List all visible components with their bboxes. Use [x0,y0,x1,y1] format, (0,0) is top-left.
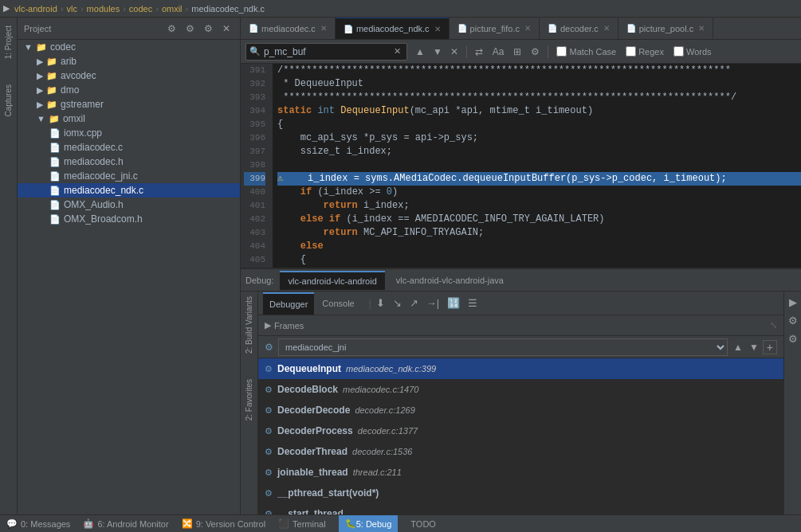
tab-picture-pool[interactable]: 📄 picture_pool.c ✕ [618,18,714,40]
vtab-favorites[interactable]: 2: Favorites [243,374,255,425]
words-checkbox[interactable] [673,46,684,57]
file-icon-omx-audio: 📄 [49,200,61,210]
tree-item-codec[interactable]: ▼ 📁 codec [18,40,240,54]
bc-vlc[interactable]: vlc [66,4,77,14]
stack-frame-3[interactable]: ⚙ DecoderProcess decoder.c:1377 [258,421,783,441]
editor-area: 📄 mediacodec.c ✕ 📄 mediacodec_ndk.c ✕ 📄 … [241,18,801,514]
stack-frame-1[interactable]: ⚙ DecodeBlock mediacodec.c:1470 [258,379,783,400]
search-clear-btn[interactable]: ✕ [391,45,403,57]
search-toggle1-btn[interactable]: ⇄ [472,45,486,59]
tree-item-omxil[interactable]: ▼ 📁 omxil [18,111,240,126]
thread-selector[interactable]: mediacodec_jni [278,338,728,356]
file-tree: Project ⚙ ⚙ ⚙ ✕ ▼ 📁 codec ▶ 📁 arib ▶ 📁 a… [18,18,241,514]
bc-vlc-android[interactable]: vlc-android [14,4,57,14]
search-bar: 🔍 ✕ ▲ ▼ ✕ ⇄ Aa ⊞ ⚙ Match Case Regex [241,40,801,64]
rsb-btn-3[interactable]: ⚙ [787,331,799,346]
tree-item-mediacodec-ndk[interactable]: 📄 mediacodec_ndk.c [18,183,240,198]
thread-up-btn[interactable]: ▲ [731,341,745,354]
tree-item-mediacodec-jni[interactable]: 📄 mediacodec_jni.c [18,169,240,183]
search-toggle2-btn[interactable]: Aa [489,45,508,59]
thread-add-btn[interactable]: + [763,340,777,354]
bc-modules[interactable]: modules [87,4,120,14]
tab-close-0[interactable]: ✕ [320,24,327,33]
tree-item-iomx[interactable]: 📄 iomx.cpp [18,126,240,140]
vtab-captures[interactable]: Captures [2,80,14,122]
tree-item-dmo[interactable]: ▶ 📁 dmo [18,83,240,97]
status-messages[interactable]: 💬 0: Messages [6,518,70,529]
debug-run-cursor[interactable]: →| [423,295,442,311]
frame-debug-icon-2: ⚙ [265,405,273,416]
search-input[interactable] [264,46,391,57]
frame-loc-2: decoder.c:1269 [355,405,414,415]
regex-option[interactable]: Regex [626,46,664,57]
tree-item-gstreamer[interactable]: ▶ 📁 gstreamer [18,97,240,111]
status-debug[interactable]: 🐛 5: Debug [339,515,399,533]
tab-mediacodec-ndk-c[interactable]: 📄 mediacodec_ndk.c ✕ [336,18,450,40]
search-next-match-btn[interactable]: ▼ [430,45,446,59]
tree-item-mediacodec-c[interactable]: 📄 mediacodec.c [18,140,240,155]
tab-close-4[interactable]: ✕ [698,24,705,33]
status-android[interactable]: 🤖 6: Android Monitor [83,518,168,529]
tab-decoder-c[interactable]: 📄 decoder.c ✕ [540,18,618,40]
code-line-391: /***************************************… [277,64,801,77]
rsb-btn-2[interactable]: ⚙ [787,313,799,328]
tab-close-1[interactable]: ✕ [434,25,441,33]
tree-item-mediacodec-h[interactable]: 📄 mediacodec.h [18,155,240,169]
stack-frames: ⚙ DequeueInput mediacodec_ndk.c:399 ⚙ De… [258,358,783,514]
subtab-console[interactable]: Console [316,294,360,313]
search-input-wrapper: 🔍 ✕ [245,43,407,61]
tree-title: Project [24,24,51,33]
tree-sync-btn[interactable]: ⚙ [164,22,179,36]
stack-frame-2[interactable]: ⚙ DecoderDecode decoder.c:1269 [258,400,783,421]
frames-expand-btn[interactable]: ⤡ [770,320,777,331]
debug-tab-android[interactable]: vlc-android-vlc-android [280,271,384,290]
vtab-project[interactable]: 1: Project [2,21,14,64]
status-todo[interactable]: TODO [410,519,436,529]
tree-close-btn[interactable]: ✕ [219,22,234,36]
tree-item-avcodec[interactable]: ▶ 📁 avcodec [18,68,240,83]
stack-frame-5[interactable]: ⚙ joinable_thread thread.c:211 [258,462,783,483]
code-editor[interactable]: 391 392 393 394 395 396 397 398 399 400 … [241,64,801,268]
tree-item-arib[interactable]: ▶ 📁 arib [18,54,240,68]
tree-item-omx-broadcom[interactable]: 📄 OMX_Broadcom.h [18,212,240,226]
status-vcs[interactable]: 🔀 9: Version Control [182,518,265,529]
debug-step-into[interactable]: ↘ [390,295,405,311]
bc-codec[interactable]: codec [129,4,152,14]
tab-mediacodec-c[interactable]: 📄 mediacodec.c ✕ [241,18,336,40]
stack-frame-7[interactable]: ⚙ __start_thread [258,503,783,514]
regex-checkbox[interactable] [626,46,636,57]
debug-eval[interactable]: 🔢 [444,295,463,311]
tab-icon-4: 📄 [626,24,636,33]
tree-settings-btn[interactable]: ⚙ [201,22,216,36]
code-line-397: ssize_t i_index; [277,145,801,158]
status-terminal[interactable]: ⬛ Terminal [278,518,326,529]
search-prev-match-btn[interactable]: ▲ [412,45,428,59]
tree-gear-btn[interactable]: ⚙ [183,22,198,36]
stack-frame-6[interactable]: ⚙ __pthread_start(void*) [258,483,783,503]
search-toggle3-btn[interactable]: ⊞ [510,45,524,59]
tree-item-omx-audio[interactable]: 📄 OMX_Audio.h [18,198,240,212]
bc-omxil[interactable]: omxil [162,4,183,14]
tab-close-2[interactable]: ✕ [524,24,531,33]
code-content[interactable]: /***************************************… [273,64,801,268]
tab-close-3[interactable]: ✕ [603,24,610,33]
debug-tab-java[interactable]: vlc-android-vlc-android-java [388,271,512,290]
match-case-checkbox[interactable] [556,46,567,57]
thread-down-btn[interactable]: ▼ [747,341,761,354]
frame-debug-icon-7: ⚙ [265,509,273,515]
rsb-btn-1[interactable]: ▶ [787,295,799,310]
stack-frame-4[interactable]: ⚙ DecoderThread decoder.c:1536 [258,441,783,462]
bc-file[interactable]: mediacodec_ndk.c [191,4,265,14]
debug-frames[interactable]: ☰ [465,295,481,311]
stack-frame-0[interactable]: ⚙ DequeueInput mediacodec_ndk.c:399 [258,358,783,379]
vtab-build-variants[interactable]: 2: Build Variants [243,291,255,358]
words-option[interactable]: Words [673,46,712,57]
thread-icon: ⚙ [265,342,273,353]
subtab-debugger[interactable]: Debugger [263,292,314,315]
debug-step-over[interactable]: ⬇ [373,295,388,311]
tab-picture-fifo[interactable]: 📄 picture_fifo.c ✕ [450,18,540,40]
search-settings-btn[interactable]: ⚙ [528,45,543,59]
search-close-bar-btn[interactable]: ✕ [447,45,461,59]
debug-step-out[interactable]: ↗ [406,295,422,311]
match-case-option[interactable]: Match Case [556,46,616,57]
